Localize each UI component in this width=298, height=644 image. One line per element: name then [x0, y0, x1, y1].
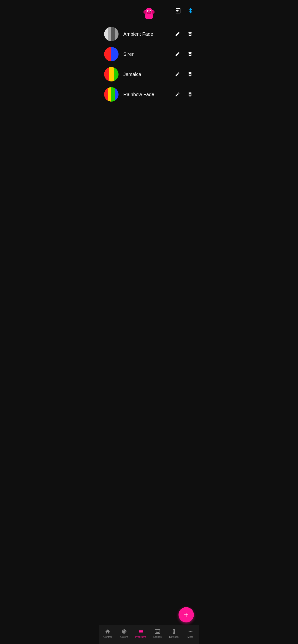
- scenes-icon: [155, 629, 160, 634]
- svg-point-9: [148, 11, 148, 12]
- nav-programs-label: Programs: [135, 636, 146, 638]
- nav-item-more[interactable]: More: [182, 628, 199, 639]
- nav-item-scenes[interactable]: Scenes: [149, 628, 166, 639]
- ambient-fade-color-preview: [104, 27, 118, 41]
- nav-item-devices[interactable]: Devices: [166, 628, 182, 639]
- jamaica-label: Jamaica: [123, 72, 174, 77]
- login-button[interactable]: [174, 6, 182, 15]
- svg-point-13: [157, 630, 158, 632]
- ambient-fade-delete-button[interactable]: [186, 30, 194, 38]
- more-icon: [188, 629, 193, 634]
- nav-scenes-label: Scenes: [153, 636, 162, 638]
- jamaica-delete-button[interactable]: [186, 70, 194, 78]
- siren-label: Siren: [123, 52, 174, 57]
- rainbow-fade-label: Rainbow Fade: [123, 92, 174, 97]
- add-program-button[interactable]: [179, 607, 194, 622]
- program-item-rainbow-fade[interactable]: Rainbow Fade: [99, 84, 199, 104]
- nav-more-label: More: [187, 636, 193, 638]
- nav-control-label: Control: [103, 636, 112, 638]
- ambient-fade-label: Ambient Fade: [123, 32, 174, 37]
- edit-icon: [175, 72, 180, 77]
- delete-icon: [187, 72, 193, 77]
- svg-point-10: [150, 11, 151, 12]
- edit-icon: [175, 52, 180, 57]
- bluetooth-button[interactable]: [186, 6, 195, 15]
- delete-icon: [187, 92, 193, 97]
- siren-actions: [174, 50, 194, 58]
- bottom-navigation: Control Colors Programs Scenes: [99, 625, 199, 644]
- edit-icon: [175, 92, 180, 97]
- devices-icon: [171, 629, 177, 634]
- control-icon: [105, 629, 111, 634]
- ambient-fade-actions: [174, 30, 194, 38]
- delete-icon: [187, 32, 193, 37]
- svg-point-5: [152, 11, 154, 13]
- rainbow-fade-edit-button[interactable]: [174, 90, 181, 98]
- programs-list: Ambient Fade Siren: [99, 22, 199, 107]
- program-item-ambient-fade[interactable]: Ambient Fade: [99, 24, 199, 44]
- nav-item-colors[interactable]: Colors: [116, 628, 132, 639]
- colors-icon: [121, 629, 127, 634]
- rainbow-fade-color-preview: [104, 87, 118, 102]
- monkey-logo-icon: [142, 5, 156, 19]
- jamaica-actions: [174, 70, 194, 78]
- jamaica-edit-button[interactable]: [174, 70, 181, 78]
- header-actions: [174, 6, 195, 15]
- ambient-fade-edit-button[interactable]: [174, 30, 181, 38]
- rainbow-fade-delete-button[interactable]: [186, 90, 194, 98]
- bluetooth-icon: [187, 8, 194, 14]
- siren-color-preview: [104, 47, 118, 61]
- nav-item-control[interactable]: Control: [99, 628, 116, 639]
- rainbow-fade-actions: [174, 90, 194, 98]
- programs-icon: [138, 629, 144, 634]
- add-icon: [183, 612, 190, 618]
- siren-edit-button[interactable]: [174, 50, 181, 58]
- nav-colors-label: Colors: [120, 636, 128, 638]
- app-logo: [142, 5, 156, 19]
- jamaica-color-preview: [104, 67, 118, 82]
- nav-item-programs[interactable]: Programs: [132, 628, 149, 639]
- svg-point-12: [149, 12, 150, 13]
- main-content: Ambient Fade Siren: [99, 0, 199, 136]
- svg-point-11: [148, 12, 149, 13]
- edit-icon: [175, 32, 180, 37]
- program-item-siren[interactable]: Siren: [99, 44, 199, 64]
- nav-devices-label: Devices: [169, 636, 179, 638]
- siren-delete-button[interactable]: [186, 50, 194, 58]
- header: [99, 0, 199, 22]
- program-item-jamaica[interactable]: Jamaica: [99, 64, 199, 84]
- delete-icon: [187, 52, 193, 57]
- login-icon: [175, 8, 181, 14]
- svg-point-4: [144, 11, 146, 13]
